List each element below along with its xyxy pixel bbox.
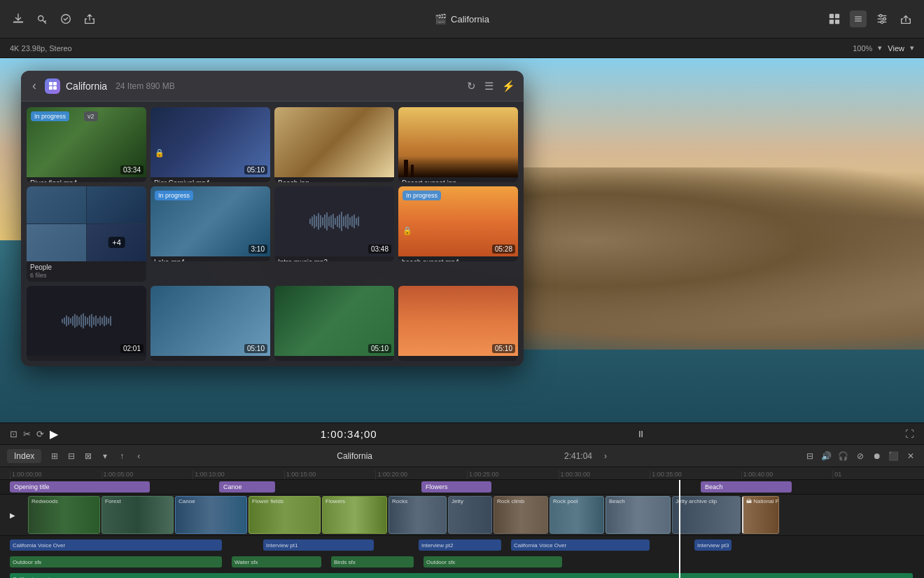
media-item-desert[interactable]: Desert sunset.jpg Sana1 MB💬8 bbox=[398, 107, 518, 182]
timeline: Index ⊞ ⊟ ⊠ ▾ ↑ ‹ California 2:41:04 › ⊟… bbox=[0, 445, 924, 578]
media-item-intromusic[interactable]: 03:48 Intro music.mp3 Jakub7 MB💬4 bbox=[274, 186, 394, 261]
title-clip-opening[interactable]: Opening title bbox=[10, 481, 150, 493]
play-button[interactable]: ▶ bbox=[50, 427, 58, 441]
timeline-tool-2[interactable]: ⊟ bbox=[65, 451, 78, 461]
video-clip-rockpool[interactable]: Rock pool bbox=[550, 496, 604, 534]
toolbar-right bbox=[826, 11, 914, 27]
audio-clip-interview3[interactable]: Interview pt3 bbox=[694, 539, 732, 551]
project-title: California bbox=[451, 14, 489, 25]
timeline-tool-5[interactable]: ↑ bbox=[115, 451, 128, 461]
grid-icon[interactable] bbox=[826, 11, 843, 27]
media-item-pier[interactable]: 🔒 05:10 Pier Carnival.mp4 Thomas16 MB💬2 bbox=[150, 107, 270, 182]
ruler-mark: 1:00:20:00 bbox=[375, 471, 467, 479]
timecode-plants: 05:10 bbox=[368, 344, 391, 353]
music-clip-california[interactable]: California music bbox=[10, 573, 913, 578]
video-clip-flowerfields[interactable]: Flower fields bbox=[248, 496, 321, 534]
more-count-badge: +4 bbox=[108, 237, 125, 248]
media-item-sunset3[interactable]: 05:10 bbox=[398, 286, 518, 361]
audio-icon[interactable]: 🔊 bbox=[820, 451, 833, 461]
video-clip-jettyarchive[interactable]: Jetty archive clip bbox=[672, 496, 741, 534]
library-title: California bbox=[66, 81, 107, 92]
audio-clip-interview2[interactable]: Interview pt2 bbox=[419, 539, 501, 551]
media-meta-clip10 bbox=[150, 359, 270, 361]
timecode-river: 03:34 bbox=[120, 165, 144, 174]
timeline-nav-right[interactable]: › bbox=[599, 451, 612, 461]
zoom-out-icon[interactable]: ⊟ bbox=[804, 451, 816, 461]
adjustments-icon[interactable] bbox=[874, 11, 890, 27]
v2-badge: v2 bbox=[84, 111, 98, 121]
video-clip-flowers[interactable]: Flowers bbox=[322, 496, 387, 534]
export-icon[interactable] bbox=[897, 11, 914, 27]
lightning-icon[interactable]: ⚡ bbox=[502, 80, 515, 92]
blade-icon[interactable]: ✂ bbox=[23, 429, 31, 439]
crop-icon[interactable]: ⊡ bbox=[10, 429, 18, 439]
media-item-lake[interactable]: In progress 3:10 Lake.mp4 Monique12 MB💬1… bbox=[150, 186, 270, 261]
timeline-tool-4[interactable]: ▾ bbox=[99, 451, 111, 461]
export-tl-icon[interactable]: ⬛ bbox=[888, 451, 900, 461]
ruler-mark: 01 bbox=[832, 471, 924, 479]
import-icon[interactable] bbox=[10, 11, 27, 27]
share-icon[interactable] bbox=[81, 11, 98, 27]
media-item-river[interactable]: In progress v2 03:34 River-final.mp4 San… bbox=[27, 107, 146, 182]
media-item-beachsunset[interactable]: In progress 🔒 05:28 beach sunset.mp4 San… bbox=[398, 186, 518, 261]
sfx-clip-birds[interactable]: Birds sfx bbox=[331, 556, 414, 567]
video-clip-jetty[interactable]: Jetty bbox=[448, 496, 492, 534]
pause-icon[interactable]: ⏸ bbox=[636, 429, 645, 439]
media-item-clip10[interactable]: 05:10 bbox=[150, 286, 270, 361]
record-icon[interactable]: ⏺ bbox=[871, 451, 883, 461]
video-clip-forest[interactable]: Forest bbox=[102, 496, 174, 534]
audio-voiceover-track: California Voice Over Interview pt1 Inte… bbox=[0, 537, 924, 553]
view-dropdown-icon[interactable]: ▾ bbox=[910, 43, 914, 53]
sfx-clip-outdoor1[interactable]: Outdoor sfx bbox=[10, 556, 222, 567]
video-clip-beach[interactable]: Beach bbox=[606, 496, 671, 534]
timecode-sunset3: 05:10 bbox=[492, 344, 515, 353]
check-icon[interactable] bbox=[57, 11, 74, 27]
speed-icon[interactable]: ⟳ bbox=[36, 429, 44, 439]
title-clip-beach[interactable]: Beach bbox=[701, 481, 792, 493]
title-clip-flowers[interactable]: Flowers bbox=[421, 481, 491, 493]
audio-clip-interview1[interactable]: Interview pt1 bbox=[263, 539, 374, 551]
view-toggle-icon[interactable] bbox=[850, 11, 867, 27]
title-clip-canoe[interactable]: Canoe bbox=[219, 481, 275, 493]
mute-icon[interactable]: ⊘ bbox=[854, 451, 867, 461]
video-clip-rocks[interactable]: Rocks bbox=[388, 496, 447, 534]
key-icon[interactable] bbox=[34, 11, 50, 27]
refresh-icon[interactable]: ↻ bbox=[467, 80, 476, 92]
audio-clip-vo1[interactable]: California Voice Over bbox=[10, 539, 222, 551]
media-grid: In progress v2 03:34 River-final.mp4 San… bbox=[21, 102, 524, 366]
svg-rect-3 bbox=[830, 14, 834, 18]
ruler-mark: 1:00:00;00 bbox=[10, 471, 102, 479]
list-view-icon[interactable]: ☰ bbox=[484, 80, 493, 92]
media-meta-audio2 bbox=[27, 359, 146, 361]
timeline-tool-3[interactable]: ⊠ bbox=[82, 451, 94, 461]
settings-tl-icon[interactable]: ✕ bbox=[904, 451, 917, 461]
tracks-area: Opening title Canoe Flowers Beach ▶ Redw… bbox=[0, 480, 924, 578]
back-button[interactable]: ‹ bbox=[29, 77, 39, 95]
video-clip-nationalpark[interactable]: 🏔 National Park bbox=[742, 496, 779, 534]
view-button[interactable]: View bbox=[888, 44, 904, 53]
svg-rect-16 bbox=[49, 82, 52, 85]
svg-rect-17 bbox=[53, 82, 57, 85]
media-item-people[interactable]: +4 People 6 files bbox=[27, 186, 146, 282]
media-item-audio2[interactable]: 02:01 bbox=[27, 286, 146, 361]
media-item-beach[interactable]: Beach.jpg Jessica520 KB💬14 bbox=[274, 107, 394, 182]
video-clip-rockclimb[interactable]: Rock climb bbox=[493, 496, 548, 534]
video-clip-canoe[interactable]: Canoe bbox=[175, 496, 247, 534]
media-meta-people: 6 files bbox=[27, 272, 146, 282]
zoom-level: 100% bbox=[853, 44, 872, 53]
status-text: 4K 23.98p, Stereo bbox=[10, 44, 72, 53]
audio-clip-vo2[interactable]: California Voice Over bbox=[511, 539, 650, 551]
zoom-dropdown-icon[interactable]: ▾ bbox=[878, 43, 882, 53]
sfx-clip-water[interactable]: Water sfx bbox=[232, 556, 321, 567]
video-clip-redwoods[interactable]: Redwoods bbox=[28, 496, 100, 534]
timeline-tool-1[interactable]: ⊞ bbox=[48, 451, 61, 461]
ruler-mark: 1:00:30:00 bbox=[559, 471, 650, 479]
headphone-icon[interactable]: 🎧 bbox=[837, 451, 850, 461]
fullscreen-icon[interactable]: ⛶ bbox=[905, 429, 914, 439]
sfx-clip-outdoor2[interactable]: Outdoor sfx bbox=[424, 556, 562, 567]
index-tab[interactable]: Index bbox=[7, 449, 41, 463]
timecode-lake: 3:10 bbox=[248, 245, 267, 254]
media-item-plants[interactable]: 05:10 bbox=[274, 286, 394, 361]
main-content: ‹ California 24 Item 890 MB ↻ ☰ ⚡ In pro… bbox=[0, 58, 924, 422]
timeline-nav-left[interactable]: ‹ bbox=[132, 451, 145, 461]
